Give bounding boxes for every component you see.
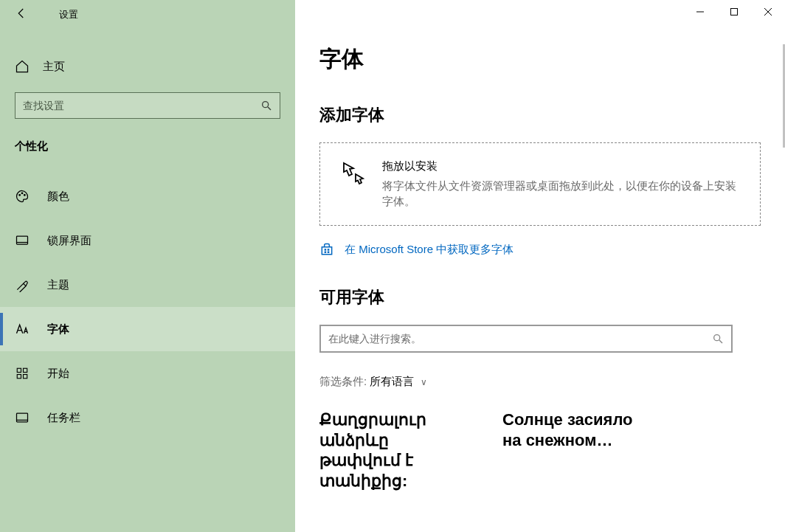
search-icon	[260, 100, 272, 111]
svg-line-1	[268, 107, 271, 110]
palette-icon	[15, 189, 30, 204]
svg-rect-20	[328, 249, 330, 251]
filter-label: 筛选条件:	[319, 375, 367, 387]
sidebar-item-label: 锁屏界面	[47, 234, 91, 248]
sidebar-item-lockscreen[interactable]: 锁屏界面	[0, 218, 295, 263]
svg-rect-13	[17, 413, 28, 422]
sidebar-home[interactable]: 主页	[0, 52, 295, 81]
sidebar-nav: 颜色 锁屏界面 主题 字体	[0, 174, 295, 440]
svg-rect-16	[731, 9, 738, 15]
svg-point-23	[714, 335, 720, 341]
sidebar-item-taskbar[interactable]: 任务栏	[0, 395, 295, 440]
svg-point-2	[19, 195, 21, 196]
svg-line-24	[719, 340, 722, 343]
home-icon	[15, 59, 30, 74]
sidebar-item-label: 颜色	[47, 190, 69, 204]
font-card[interactable]: Солнце засияло на снежном…	[502, 410, 650, 491]
taskbar-icon	[15, 410, 30, 425]
font-card-grid: Քաղցրալուր անձրևը թափվում է տանիքից: Сол…	[319, 410, 761, 491]
add-font-section-title: 添加字体	[319, 104, 761, 126]
back-button[interactable]	[15, 7, 37, 24]
svg-rect-22	[328, 252, 330, 254]
svg-point-3	[21, 193, 23, 194]
svg-point-0	[263, 102, 269, 108]
font-search-input[interactable]	[328, 333, 712, 345]
sidebar-item-label: 开始	[47, 367, 69, 381]
store-icon	[319, 242, 334, 257]
drag-drop-icon	[339, 159, 366, 186]
sidebar-item-colors[interactable]: 颜色	[0, 174, 295, 218]
svg-point-4	[24, 195, 26, 196]
themes-icon	[15, 277, 30, 292]
chevron-down-icon: ∨	[418, 377, 427, 387]
filter-value: 所有语言	[370, 375, 414, 387]
filter-dropdown[interactable]: 筛选条件: 所有语言 ∨	[319, 375, 761, 389]
svg-rect-10	[24, 368, 27, 372]
svg-rect-21	[325, 252, 327, 254]
available-fonts-section-title: 可用字体	[319, 286, 761, 308]
sidebar-category: 个性化	[0, 119, 295, 161]
svg-rect-11	[17, 375, 21, 379]
sidebar-search[interactable]	[15, 92, 280, 119]
settings-sidebar: 设置 主页 个性化 颜色 锁屏界面	[0, 0, 295, 532]
svg-rect-5	[17, 236, 28, 244]
svg-rect-19	[325, 249, 327, 251]
svg-rect-9	[17, 368, 21, 372]
sidebar-item-label: 任务栏	[47, 411, 80, 425]
fonts-icon	[15, 322, 30, 336]
sidebar-item-label: 字体	[47, 322, 69, 336]
font-drop-zone[interactable]: 拖放以安装 将字体文件从文件资源管理器或桌面拖放到此处，以便在你的设备上安装字体…	[319, 142, 761, 226]
sidebar-item-start[interactable]: 开始	[0, 351, 295, 395]
store-fonts-link[interactable]: 在 Microsoft Store 中获取更多字体	[319, 242, 761, 257]
lockscreen-icon	[15, 233, 30, 248]
svg-rect-12	[24, 375, 27, 379]
maximize-button[interactable]	[717, 0, 751, 24]
font-search[interactable]	[319, 325, 733, 353]
window-controls	[683, 0, 785, 24]
sidebar-item-label: 主题	[47, 278, 69, 292]
content-area: 字体 添加字体 拖放以安装 将字体文件从文件资源管理器或桌面拖放到此处，以便在你…	[295, 0, 785, 532]
font-card[interactable]: Քաղցրալուր անձրևը թափվում է տանիքից:	[319, 410, 467, 491]
drop-zone-desc: 将字体文件从文件资源管理器或桌面拖放到此处，以便在你的设备上安装字体。	[382, 178, 741, 209]
close-button[interactable]	[751, 0, 785, 24]
drop-zone-title: 拖放以安装	[382, 159, 741, 173]
sidebar-search-input[interactable]	[23, 100, 260, 111]
page-title: 字体	[319, 44, 761, 75]
sidebar-item-fonts[interactable]: 字体	[0, 307, 295, 351]
minimize-button[interactable]	[683, 0, 717, 24]
start-icon	[15, 366, 30, 381]
app-title: 设置	[37, 8, 78, 21]
store-link-label: 在 Microsoft Store 中获取更多字体	[345, 243, 513, 257]
titlebar: 设置	[0, 0, 295, 30]
sidebar-item-themes[interactable]: 主题	[0, 263, 295, 307]
search-icon	[712, 333, 724, 345]
sidebar-home-label: 主页	[43, 60, 65, 74]
